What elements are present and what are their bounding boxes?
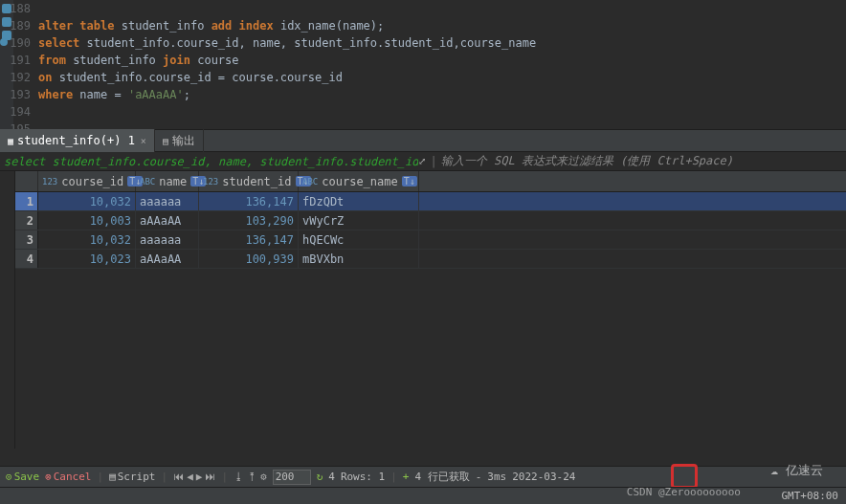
cell[interactable]: aAAaAA	[136, 211, 199, 230]
cell[interactable]: 10,032	[38, 230, 136, 249]
page-size-input[interactable]	[273, 470, 311, 485]
row-number[interactable]: 1	[15, 192, 38, 210]
cell[interactable]: aAAaAA	[136, 250, 199, 268]
cell[interactable]: 10,032	[38, 192, 136, 210]
tab-result[interactable]: ▦ student_info(+) 1 ×	[0, 129, 155, 152]
tab-label: 输出	[172, 133, 195, 149]
cell[interactable]: fDzQDt	[299, 192, 419, 210]
rows-label: Rows: 1	[341, 471, 385, 483]
cancel-button[interactable]: ⊗ Cancel	[45, 471, 91, 483]
nav-last-icon[interactable]: ⏭	[205, 471, 215, 483]
cell[interactable]: 100,939	[199, 250, 299, 268]
divider: |	[430, 155, 436, 168]
nav-first-icon[interactable]: ⏮	[173, 471, 184, 483]
line-number: 189	[0, 17, 38, 34]
table-row[interactable]: 310,032aaaaaa136,147hQECWc	[15, 230, 846, 250]
tab-output[interactable]: ▤ 输出	[155, 129, 204, 152]
line-number: 195	[0, 121, 38, 129]
watermark-logo: ☁ 亿速云	[770, 462, 823, 479]
sql-editor[interactable]: 188 189alter table student_info add inde…	[0, 0, 846, 129]
status-bar: ⊙ Save ⊗ Cancel | ▤ Script | ⏮ ◀ ▶ ⏭ | ⭳…	[0, 466, 846, 487]
fetch-time: 3ms	[487, 471, 506, 483]
expand-icon[interactable]: ⤢	[418, 156, 426, 166]
cell[interactable]: 10,003	[38, 211, 136, 230]
result-grid[interactable]: 123course_idT↓ ABCnameT↓ 123student_idT↓…	[15, 171, 846, 449]
nav-prev-icon[interactable]: ◀	[187, 471, 193, 483]
col-header-course-id[interactable]: 123course_idT↓	[38, 171, 136, 191]
cell[interactable]: vWyCrZ	[299, 211, 419, 230]
export-icon[interactable]: ⭱	[247, 471, 257, 483]
nav-next-icon[interactable]: ▶	[196, 471, 203, 483]
table-row[interactable]: 210,003aAAaAA103,290vWyCrZ	[15, 211, 846, 230]
refresh-icon[interactable]: ↻	[317, 471, 323, 483]
output-icon: ▤	[163, 136, 168, 146]
table-icon: ▦	[8, 136, 13, 146]
row-number[interactable]: 3	[15, 230, 38, 249]
cell[interactable]: mBVXbn	[299, 250, 419, 268]
filter-placeholder: 输入一个 SQL 表达式来过滤结果 (使用 Ctrl+Space)	[441, 153, 733, 169]
script-button[interactable]: ▤ Script	[109, 471, 155, 483]
fetch-status: 4 行已获取	[414, 470, 469, 484]
cell[interactable]: 103,290	[199, 211, 299, 230]
line-number: 192	[0, 69, 38, 86]
import-icon[interactable]: ⭳	[234, 471, 244, 483]
grid-header: 123course_idT↓ ABCnameT↓ 123student_idT↓…	[15, 171, 846, 192]
cell[interactable]: 136,147	[199, 192, 299, 210]
cell[interactable]: aaaaaa	[136, 192, 199, 210]
line-number: 190	[0, 34, 38, 52]
watermark-csdn: CSDN @Zerooooooooo	[627, 486, 741, 498]
rows-arrow: 4	[328, 471, 335, 483]
row-number[interactable]: 2	[15, 211, 38, 230]
line-number: 188	[0, 0, 38, 17]
col-header-course-name[interactable]: ABCcourse_nameT↓	[299, 171, 419, 191]
rownum-header[interactable]	[15, 171, 38, 191]
row-number[interactable]: 4	[15, 250, 38, 268]
grid-left-gutter	[0, 171, 15, 449]
line-number: 194	[0, 103, 38, 121]
close-icon[interactable]: ×	[141, 136, 146, 146]
col-header-student-id[interactable]: 123student_idT↓	[199, 171, 299, 191]
col-header-name[interactable]: ABCnameT↓	[136, 171, 199, 191]
tab-label: student_info(+) 1	[17, 134, 135, 147]
result-tabs: ▦ student_info(+) 1 × ▤ 输出	[0, 129, 846, 152]
add-row-icon[interactable]: +	[403, 471, 410, 483]
cell[interactable]: hQECWc	[299, 230, 419, 249]
settings-icon[interactable]: ⚙	[260, 471, 267, 483]
cell[interactable]: 136,147	[199, 230, 299, 249]
table-row[interactable]: 110,032aaaaaa136,147fDzQDt	[15, 192, 846, 211]
filter-sql-preview: select student_info.course_id, name, stu…	[0, 155, 418, 168]
fetch-date: 2022-03-24	[512, 471, 575, 483]
cell[interactable]: 10,023	[38, 250, 136, 268]
filter-icon[interactable]: T↓	[402, 176, 417, 186]
filter-bar[interactable]: select student_info.course_id, name, stu…	[0, 152, 846, 171]
line-number: 191	[0, 52, 38, 69]
table-row[interactable]: 410,023aAAaAA100,939mBVXbn	[15, 250, 846, 269]
save-button[interactable]: ⊙ Save	[6, 471, 39, 483]
cell[interactable]: aaaaaa	[136, 230, 199, 249]
line-number: 193	[0, 86, 38, 103]
